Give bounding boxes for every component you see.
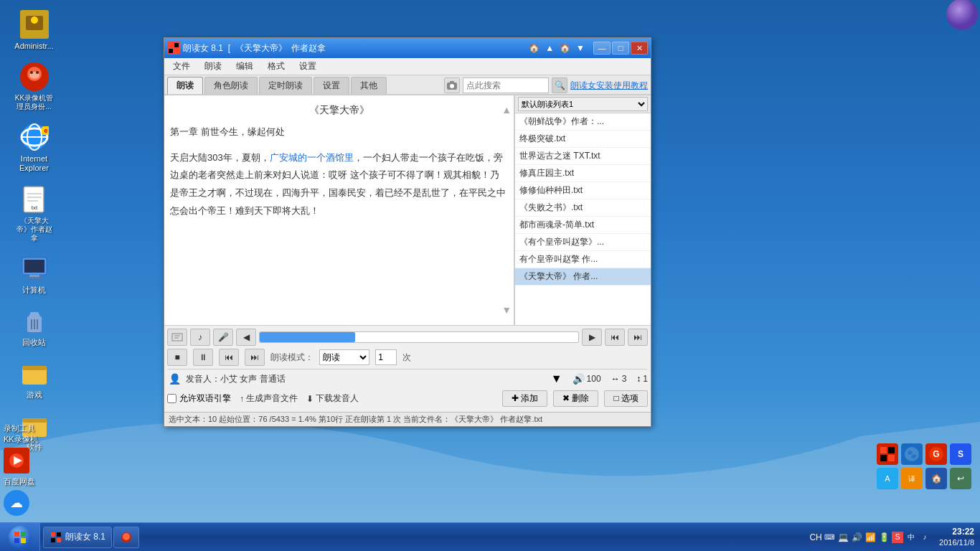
tab-role-read[interactable]: 角色朗读 (204, 77, 258, 94)
taskbar-item-0[interactable]: 朗读女 8.1 (43, 527, 112, 548)
svg-rect-68 (14, 538, 19, 543)
right-app-home[interactable]: 🏠 (925, 468, 947, 489)
book-item-0[interactable]: 《朝鲜战争》作者：... (515, 113, 651, 131)
computer-label: 计算机 (22, 286, 46, 295)
svg-rect-40 (880, 455, 887, 461)
menu-settings[interactable]: 设置 (293, 59, 322, 74)
close-btn[interactable]: ✕ (631, 42, 648, 55)
book-item-7[interactable]: 《有个皇帝叫赵擎》... (515, 234, 651, 251)
tab-read[interactable]: 朗读 (167, 77, 203, 94)
baidu-icon[interactable]: ☁ (4, 490, 29, 516)
right-app-google[interactable]: G (925, 443, 947, 465)
title-arrow-down2[interactable]: ▼ (576, 43, 585, 53)
search-button[interactable]: 🔍 (552, 77, 567, 93)
recording-icon[interactable] (4, 448, 29, 474)
taskbar-item-1[interactable] (113, 527, 139, 548)
count-input[interactable] (375, 349, 397, 365)
svg-rect-56 (169, 43, 173, 47)
content-area: 《天擎大帝》 第一章 前世今生，缘起何处 天启大陆303年，夏朝，广安城的一个酒… (164, 95, 651, 325)
scroll-down-arrow[interactable]: ▼ (501, 301, 512, 319)
menu-format[interactable]: 格式 (262, 59, 291, 74)
dual-lang-option[interactable]: 允许双语引擎 (167, 392, 231, 405)
desktop-icon-recycle[interactable]: 回收站 (7, 303, 61, 350)
book-item-5[interactable]: 《失败之书》.txt (515, 199, 651, 217)
delete-btn[interactable]: ✖ 删除 (553, 390, 598, 407)
book-item-9[interactable]: 《天擎大帝》 作者... (515, 268, 651, 286)
right-app-a[interactable]: A (877, 468, 898, 489)
dl-voice-label: 下载发音人 (316, 392, 359, 405)
svg-rect-29 (22, 366, 47, 370)
btn-music[interactable]: ♪ (190, 329, 210, 346)
book-item-2[interactable]: 世界远古之迷 TXT.txt (515, 148, 651, 165)
desktop-icon-games[interactable]: 游戏 (7, 356, 61, 402)
progress-bar[interactable] (259, 331, 579, 343)
menu-edit[interactable]: 编辑 (230, 59, 259, 74)
title-home[interactable]: 🏠 (529, 43, 540, 53)
btn-next-small[interactable]: ▶ (582, 329, 602, 346)
count-unit: 次 (402, 352, 411, 364)
btn-next-track[interactable]: ⏭ (628, 329, 648, 346)
book-item-3[interactable]: 修真庄园主.txt (515, 165, 651, 182)
minimize-btn[interactable]: — (593, 42, 611, 55)
desktop-icon-computer[interactable]: 计算机 (7, 251, 61, 298)
menu-file[interactable]: 文件 (167, 59, 196, 74)
btn-text[interactable] (167, 329, 187, 346)
right-app-translate[interactable]: 译 (901, 468, 923, 489)
right-app-back[interactable]: ↩ (950, 468, 971, 489)
scroll-up-arrow[interactable]: ▲ (501, 101, 512, 119)
title-down-arrow[interactable]: 🏠 (560, 43, 570, 53)
btn-mic[interactable]: 🎤 (213, 329, 233, 346)
svg-text:txt: txt (31, 204, 37, 211)
title-up[interactable]: ▲ (545, 43, 554, 53)
btn-prev-chapter[interactable]: ⏮ (219, 349, 239, 366)
svg-text:☁: ☁ (10, 496, 23, 510)
menu-read[interactable]: 朗读 (199, 59, 227, 74)
mode-select[interactable]: 朗读 循环 单句 (319, 349, 369, 365)
clock-time: 23:22 (939, 527, 974, 538)
right-app-s[interactable]: S (950, 443, 971, 465)
svg-rect-62 (450, 81, 454, 83)
admin-icon (20, 10, 49, 39)
desktop-icon-doc[interactable]: txt 《天擎大帝》作者赵拿 (7, 182, 61, 245)
dl-voice-btn[interactable]: ⬇ 下载发音人 (306, 392, 359, 405)
speed-icon: ↔ (611, 374, 620, 384)
book-item-8[interactable]: 有个皇帝叫赵擎 作... (515, 251, 651, 268)
search-input[interactable] (463, 77, 549, 93)
pitch-icon: ↕ (636, 374, 641, 384)
start-button[interactable] (0, 523, 40, 552)
btn-stop[interactable]: ■ (167, 349, 187, 366)
tab-other[interactable]: 其他 (351, 77, 387, 94)
book-item-4[interactable]: 修修仙种种田.txt (515, 182, 651, 199)
transport-row: ♪ 🎤 ◀ ▶ ⏮ ⏭ (167, 329, 648, 346)
tab-timer-read[interactable]: 定时朗读 (259, 77, 312, 94)
dual-lang-checkbox[interactable] (167, 394, 176, 403)
book-item-6[interactable]: 都市画魂录-简单.txt (515, 217, 651, 234)
right-app-2[interactable]: 🐾 (901, 443, 923, 465)
btn-pause[interactable]: ⏸ (193, 349, 213, 366)
btn-prev-small[interactable]: ◀ (236, 329, 256, 346)
title-bar[interactable]: 朗读女 8.1 [ 《天擎大帝》 作者赵拿 🏠 ▲ 🏠 ▼ — □ ✕ (164, 38, 651, 58)
desktop-icon-admin[interactable]: Administr... (7, 7, 61, 54)
gen-voice-btn[interactable]: ↑ 生成声音文件 (240, 392, 298, 405)
clock: 23:22 2016/11/8 (939, 527, 974, 548)
help-link[interactable]: 朗读女安装使用教程 (570, 80, 648, 92)
right-app-1[interactable] (877, 443, 898, 465)
options-btn[interactable]: □ 选项 (604, 390, 648, 407)
book-item-1[interactable]: 终极突破.txt (515, 131, 651, 148)
voice-dropdown-btn[interactable]: ▼ (551, 372, 562, 385)
svg-rect-21 (24, 260, 44, 273)
desktop-icon-kk[interactable]: KK录像机管理员身份... (7, 60, 61, 114)
svg-text:G: G (933, 449, 939, 459)
desktop: Administr... KK录像机管理员身份... (0, 0, 980, 551)
text-display: 《天擎大帝》 第一章 前世今生，缘起何处 天启大陆303年，夏朝，广安城的一个酒… (164, 95, 514, 325)
tray-flag: S (892, 532, 903, 543)
tab-settings[interactable]: 设置 (314, 77, 349, 94)
add-btn[interactable]: ✚ 添加 (502, 390, 547, 407)
maximize-btn[interactable]: □ (612, 42, 629, 55)
tray-ch: CH (810, 532, 821, 543)
book-list-select[interactable]: 默认朗读列表1 (518, 97, 648, 111)
camera-btn[interactable] (444, 77, 460, 93)
desktop-icon-ie[interactable]: e InternetExplorer (7, 120, 61, 176)
btn-next-chapter[interactable]: ⏭ (245, 349, 265, 366)
btn-prev-track[interactable]: ⏮ (605, 329, 625, 346)
